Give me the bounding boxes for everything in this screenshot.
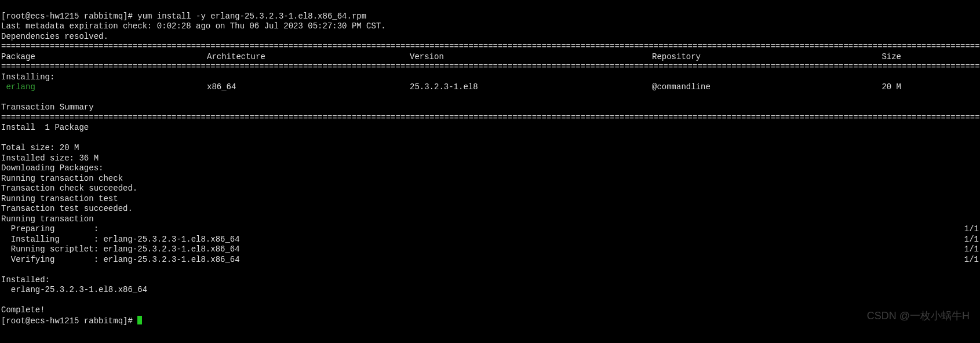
progress: 1/1 (964, 245, 979, 255)
prompt-line-1: [root@ecs-hw1215 rabbitmq]# yum install … (1, 12, 366, 21)
pkg-arch: x86_64 (207, 82, 410, 93)
deps-resolved-line: Dependencies resolved. (1, 32, 108, 41)
col-repo-header: Repository (652, 52, 881, 63)
pkg-name: erlang (1, 82, 207, 93)
installed-pkg: erlang-25.3.2.3-1.el8.x86_64 (1, 285, 147, 294)
col-package-header: Package (1, 52, 207, 63)
metadata-check-line: Last metadata expiration check: 0:02:28 … (1, 21, 386, 31)
rule-top: ========================================… (1, 42, 980, 51)
tx-summary-label: Transaction Summary (1, 103, 94, 112)
package-row: erlangx86_6425.3.2.3-1.el8@commandline20… (1, 82, 901, 92)
install-count: Install 1 Package (1, 123, 89, 132)
pkg-version: 25.3.2.3-1.el8 (410, 82, 652, 93)
step-scriptlet: 1/1 Running scriptlet: erlang-25.3.2.3-1… (1, 245, 240, 254)
progress: 1/1 (964, 224, 979, 235)
installed-size: Installed size: 36 M (1, 154, 99, 163)
progress: 1/1 (964, 235, 979, 245)
complete: Complete! (1, 305, 45, 315)
run-check: Running transaction check (1, 174, 123, 183)
rule-summary: ========================================… (1, 113, 980, 122)
installing-label: Installing: (1, 72, 54, 82)
downloading-label: Downloading Packages: (1, 163, 103, 173)
run-test: Running transaction test (1, 194, 118, 203)
step-verify: 1/1 Verifying : erlang-25.3.2.3-1.el8.x8… (1, 255, 240, 264)
terminal-output[interactable]: [root@ecs-hw1215 rabbitmq]# yum install … (0, 0, 980, 327)
col-size-header: Size (881, 52, 901, 63)
table-header-row: PackageArchitectureVersionRepositorySize (1, 52, 901, 61)
progress: 1/1 (964, 255, 979, 265)
installed-header: Installed: (1, 275, 50, 284)
step-install: 1/1 Installing : erlang-25.3.2.3-1.el8.x… (1, 235, 240, 244)
test-ok: Transaction test succeeded. (1, 204, 133, 213)
col-version-header: Version (410, 52, 652, 63)
total-size: Total size: 20 M (1, 143, 79, 152)
pkg-repo: @commandline (652, 82, 881, 93)
prompt-line-2[interactable]: [root@ecs-hw1215 rabbitmq]# (1, 316, 142, 326)
check-ok: Transaction check succeeded. (1, 184, 137, 193)
step-prepare: 1/1 Preparing : (1, 224, 99, 233)
pkg-size: 20 M (881, 82, 901, 93)
run-tx: Running transaction (1, 214, 94, 224)
rule-mid: ========================================… (1, 62, 980, 71)
col-arch-header: Architecture (207, 52, 410, 63)
cursor-icon (137, 316, 142, 324)
